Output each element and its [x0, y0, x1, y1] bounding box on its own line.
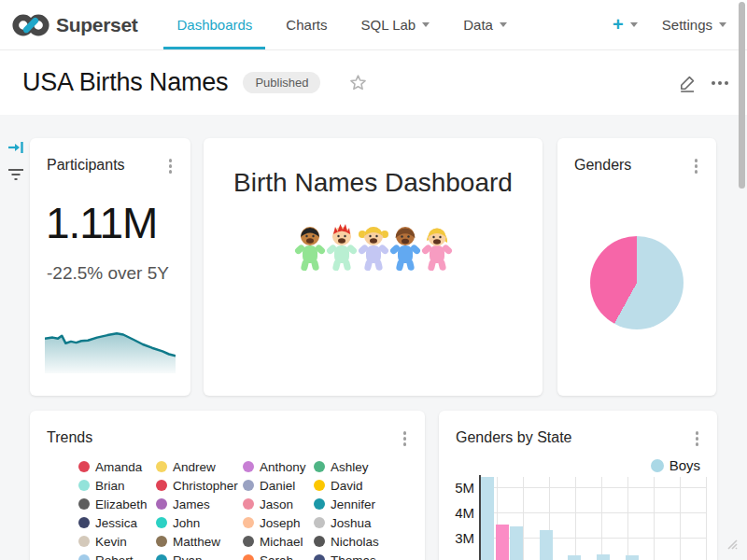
favorite-star-button[interactable]	[348, 73, 368, 92]
nav-item-dashboards[interactable]: Dashboards	[160, 0, 269, 49]
gridline	[680, 477, 681, 560]
legend-item[interactable]: Sarah	[243, 551, 314, 560]
legend-dot	[78, 536, 90, 547]
legend-dot	[78, 498, 90, 510]
kid-blue	[389, 222, 421, 273]
nav-label: Dashboards	[176, 17, 252, 33]
legend-dot	[156, 536, 167, 547]
legend-item[interactable]: Christopher	[156, 476, 243, 495]
legend-label: James	[173, 497, 210, 511]
caret-down-icon	[719, 22, 726, 27]
legend-label: David	[331, 479, 363, 493]
vertical-scrollbar-thumb[interactable]	[739, 2, 745, 189]
bar-boys[interactable]	[597, 554, 610, 560]
navbar: Superset Dashboards Charts SQL Lab Data …	[0, 0, 747, 50]
gridline	[523, 477, 524, 560]
legend-dot	[243, 498, 254, 510]
legend-dot	[156, 480, 167, 491]
bar-boys[interactable]	[568, 555, 581, 560]
brand-name: Superset	[56, 14, 137, 36]
legend-item[interactable]: Jessica	[78, 513, 156, 532]
legend-item[interactable]: Matthew	[156, 532, 243, 551]
legend-item[interactable]: Michael	[243, 532, 314, 551]
kebab-menu-button[interactable]	[691, 157, 702, 175]
nav-item-sql-lab[interactable]: SQL Lab	[345, 0, 447, 49]
legend-item[interactable]: Brian	[78, 476, 156, 495]
legend-label: Christopher	[173, 479, 238, 493]
y-axis-tick: 5M	[439, 480, 474, 496]
legend-dot	[78, 517, 90, 528]
navbar-menu: Dashboards Charts SQL Lab Data	[160, 0, 523, 49]
legend-item[interactable]: Jason	[243, 495, 314, 513]
settings-menu[interactable]: Settings	[662, 17, 726, 33]
caret-down-icon	[422, 22, 430, 27]
card-title: Genders by State	[456, 429, 572, 446]
legend-item[interactable]: Robert	[78, 551, 156, 560]
card-title-row: Genders	[574, 157, 701, 175]
legend-label: Sarah	[260, 553, 293, 560]
participants-card: Participants 1.11M -22.5% over 5Y	[30, 138, 190, 396]
gridline	[627, 477, 628, 560]
legend-dot	[243, 517, 254, 528]
gridline	[706, 477, 707, 560]
legend-item[interactable]: Andrew	[156, 457, 243, 476]
legend-label: Ryan	[173, 553, 203, 560]
legend-item[interactable]: Ashley	[314, 457, 416, 476]
nav-item-charts[interactable]: Charts	[269, 0, 344, 49]
legend-item[interactable]: James	[156, 495, 243, 513]
gridline	[601, 477, 602, 560]
legend-dot	[314, 480, 325, 491]
big-number-subheader: -22.5% over 5Y	[47, 263, 169, 284]
legend-item[interactable]: John	[156, 513, 243, 532]
nav-item-data[interactable]: Data	[446, 0, 524, 49]
legend-item[interactable]: Kevin	[78, 532, 156, 551]
header-menu-button[interactable]	[710, 77, 730, 89]
dot	[718, 81, 722, 85]
trends-legend: AmandaAndrewAnthonyAshleyBrianChristophe…	[78, 457, 416, 560]
bar-boys[interactable]	[510, 526, 523, 560]
legend-dot	[78, 554, 90, 560]
legend-label: Kevin	[95, 535, 127, 549]
dashboard-header: USA Births Names Published	[0, 50, 747, 115]
filter-funnel-icon[interactable]	[7, 167, 24, 182]
settings-label: Settings	[662, 17, 712, 33]
superset-brand[interactable]: Superset	[11, 11, 137, 39]
legend-dot	[314, 517, 325, 528]
kid-mint	[326, 222, 358, 273]
kebab-menu-button[interactable]	[400, 429, 411, 448]
expand-filter-bar-icon[interactable]	[7, 139, 24, 156]
legend-item[interactable]: Amanda	[78, 457, 156, 476]
navbar-right: + Settings	[613, 14, 726, 35]
legend-dot	[243, 554, 254, 560]
caret-down-icon	[500, 22, 507, 27]
dot	[725, 81, 728, 85]
published-badge[interactable]: Published	[243, 72, 320, 93]
edit-pencil-button[interactable]	[678, 74, 697, 92]
bar-boys[interactable]	[626, 555, 639, 560]
card-title-row: Genders by State	[456, 429, 702, 448]
markdown-card: Birth Names Dashboard	[204, 138, 543, 396]
legend-label: Jennifer	[331, 497, 375, 511]
bar-girls[interactable]	[496, 525, 509, 560]
legend-label: Thomas	[331, 553, 376, 560]
bar-boys[interactable]	[540, 530, 553, 560]
resize-handle-icon[interactable]	[725, 537, 738, 550]
genders-pie-chart[interactable]	[590, 236, 684, 329]
new-item-button[interactable]: +	[613, 14, 638, 35]
legend-item[interactable]: Joshua	[314, 513, 416, 532]
legend-item[interactable]: David	[314, 476, 416, 495]
kebab-menu-button[interactable]	[165, 157, 176, 175]
legend-item[interactable]: Jennifer	[314, 495, 416, 513]
kebab-menu-button[interactable]	[692, 429, 703, 448]
legend-item[interactable]: Nicholas	[314, 532, 416, 551]
legend-item[interactable]: Joseph	[243, 513, 314, 532]
bar-boys[interactable]	[481, 477, 494, 560]
legend-item[interactable]: Elizabeth	[78, 495, 156, 513]
legend-item[interactable]: Anthony	[243, 457, 314, 476]
legend-dot	[314, 461, 325, 472]
legend-item[interactable]: Daniel	[243, 476, 314, 495]
legend-dot	[156, 498, 167, 510]
kid-lavender	[358, 222, 389, 273]
legend-item[interactable]: Ryan	[156, 551, 243, 560]
legend-item[interactable]: Thomas	[314, 551, 416, 560]
